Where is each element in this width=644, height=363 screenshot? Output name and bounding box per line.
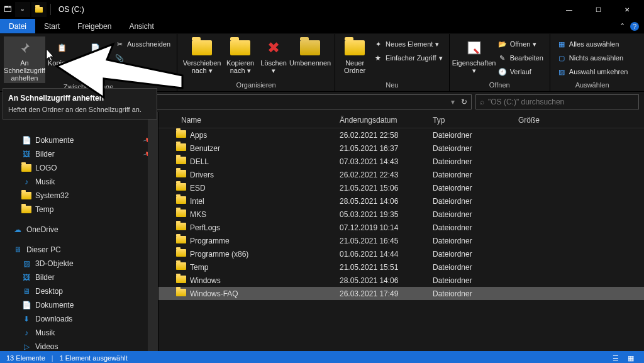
file-row[interactable]: Windows28.05.2021 14:06Dateiordner	[158, 274, 644, 287]
view-thumbnails-button[interactable]: ▦	[624, 352, 638, 363]
edit-button[interactable]: ✎Bearbeiten	[497, 52, 543, 64]
nav-pc-item[interactable]: ♪Musik	[0, 326, 158, 340]
history-button[interactable]: 🕘Verlauf	[497, 65, 543, 78]
copy-button[interactable]: 📋 Kopieren	[45, 36, 78, 68]
qat-properties[interactable]: ▫	[15, 2, 30, 17]
tab-share[interactable]: Freigeben	[69, 19, 120, 33]
file-row[interactable]: Temp21.05.2021 15:51Dateiordner	[158, 260, 644, 274]
status-count: 13 Elemente	[6, 354, 45, 362]
nav-item-label: Musik	[35, 177, 55, 186]
help-icon[interactable]: ?	[630, 22, 639, 31]
search-input[interactable]: ⌕ "OS (C:)" durchsuchen	[475, 94, 639, 109]
addressbar-dropdown-icon[interactable]: ▾	[451, 98, 455, 106]
delete-button[interactable]: ✖ Löschen ▾	[258, 36, 289, 75]
nav-pc-item[interactable]: ⬇Downloads	[0, 312, 158, 326]
file-name: Apps	[190, 131, 335, 140]
rename-icon	[300, 38, 320, 58]
file-type: Dateiordner	[428, 237, 513, 245]
file-row[interactable]: Programme21.05.2021 16:45Dateiordner	[158, 234, 644, 247]
cut-icon: ✂	[114, 39, 125, 49]
file-row[interactable]: ESD21.05.2021 15:06Dateiordner	[158, 181, 644, 194]
refresh-button[interactable]: ↻	[461, 98, 467, 106]
paste-button[interactable]: 📄 Einfügen	[78, 36, 112, 68]
nav-pc-item[interactable]: 🖥Desktop	[0, 284, 158, 298]
qat-newfolder[interactable]	[31, 2, 47, 17]
tab-file[interactable]: Datei	[0, 19, 35, 33]
nav-onedrive[interactable]: ☁OneDrive	[0, 223, 158, 237]
nav-quick-item[interactable]: System32	[0, 189, 158, 203]
pin-icon	[14, 38, 35, 58]
folder-icon	[176, 157, 186, 167]
file-row[interactable]: Intel28.05.2021 14:06Dateiordner	[158, 194, 644, 208]
new-item-button[interactable]: ✦Neues Element ▾	[373, 38, 443, 50]
easyaccess-icon: ★	[373, 53, 383, 63]
invert-selection-button[interactable]: ▨Auswahl umkehren	[557, 65, 628, 78]
window-title: OS (C:)	[55, 5, 555, 14]
minimize-button[interactable]: —	[555, 0, 584, 19]
easy-access-button[interactable]: ★Einfacher Zugriff ▾	[373, 52, 443, 64]
select-all-button[interactable]: ▦Alles auswählen	[557, 38, 628, 50]
open-button[interactable]: 📂Öffnen ▾	[497, 38, 543, 50]
select-none-button[interactable]: ▢Nichts auswählen	[557, 52, 628, 64]
nav-scrollbar[interactable]	[148, 112, 158, 351]
file-row[interactable]: Drivers26.02.2021 22:43Dateiordner	[158, 168, 644, 181]
file-date: 28.05.2021 14:06	[335, 276, 428, 285]
nav-item-label: Dokumente	[35, 136, 74, 145]
selectnone-icon: ▢	[557, 53, 567, 63]
folder-icon	[176, 276, 186, 286]
file-row[interactable]: Windows-FAQ26.03.2021 17:49Dateiordner	[158, 287, 644, 300]
nav-quick-item[interactable]: 🖼Bilder📌	[0, 147, 158, 161]
selectall-icon: ▦	[557, 39, 567, 49]
column-date[interactable]: Änderungsdatum	[335, 116, 428, 125]
maximize-button[interactable]: ☐	[584, 0, 613, 19]
file-row[interactable]: MKS05.03.2021 19:35Dateiordner	[158, 208, 644, 221]
new-folder-button[interactable]: Neuer Ordner	[339, 36, 370, 75]
properties-button[interactable]: Eigenschaften ▾	[453, 36, 495, 75]
pin-to-quickaccess-button[interactable]: An Schnellzugriff anheften	[4, 36, 45, 83]
nav-quick-item[interactable]: 📄Dokumente📌	[0, 133, 158, 147]
column-type[interactable]: Typ	[428, 116, 513, 125]
file-row[interactable]: Apps26.02.2021 22:58Dateiordner	[158, 128, 644, 142]
nav-item-icon: ⬇	[21, 314, 31, 324]
tab-start[interactable]: Start	[35, 19, 69, 33]
collapse-ribbon-icon[interactable]: ⌃	[619, 22, 625, 30]
file-row[interactable]: PerfLogs07.12.2019 10:14Dateiordner	[158, 221, 644, 234]
nav-pc-item[interactable]: 📄Dokumente	[0, 298, 158, 312]
titlebar: 🗔 ▫ OS (C:) — ☐ ✕	[0, 0, 644, 19]
folder-icon	[176, 183, 186, 193]
nav-pc-item[interactable]: 🖼Bilder	[0, 271, 158, 284]
nav-quick-item[interactable]: ♪Musik	[0, 175, 158, 189]
nav-pc-item[interactable]: ▷Videos	[0, 340, 158, 351]
move-to-button[interactable]: Verschieben nach ▾	[181, 36, 223, 75]
nav-item-icon	[21, 191, 31, 201]
folder-icon	[176, 196, 186, 206]
file-row[interactable]: Benutzer21.05.2021 16:37Dateiordner	[158, 142, 644, 155]
folder-icon	[176, 170, 186, 180]
nav-item-icon: 🖥	[21, 286, 31, 296]
column-name[interactable]: Name	[176, 116, 335, 125]
tab-view[interactable]: Ansicht	[120, 19, 162, 33]
ribbon-tabs: Datei Start Freigeben Ansicht ⌃ ?	[0, 19, 644, 34]
cut-button[interactable]: ✂Ausschneiden	[114, 38, 170, 50]
file-row[interactable]: DELL07.03.2021 14:43Dateiordner	[158, 155, 644, 168]
nav-item-icon: 🖼	[21, 272, 31, 282]
nav-item-label: System32	[35, 191, 69, 200]
file-name: Programme	[190, 237, 335, 245]
file-type: Dateiordner	[428, 184, 513, 193]
folder-icon	[176, 223, 186, 233]
column-size[interactable]: Größe	[513, 116, 564, 125]
nav-quick-item[interactable]: LOGO	[0, 161, 158, 175]
view-details-button[interactable]: ☰	[609, 352, 623, 363]
rename-button[interactable]: Umbenennen	[289, 36, 331, 68]
close-button[interactable]: ✕	[613, 0, 641, 19]
nav-pc-item[interactable]: ▨3D-Objekte	[0, 257, 158, 271]
file-date: 28.05.2021 14:06	[335, 197, 428, 206]
nav-thispc[interactable]: 🖥Dieser PC	[0, 243, 158, 257]
copy-path-button[interactable]: 📎	[114, 52, 170, 64]
copy-to-button[interactable]: Kopieren nach ▾	[223, 36, 258, 75]
file-row[interactable]: Programme (x86)01.06.2021 14:44Dateiordn…	[158, 247, 644, 260]
file-type: Dateiordner	[428, 131, 513, 140]
nav-item-icon	[21, 163, 31, 173]
nav-quick-item[interactable]: Temp	[0, 203, 158, 216]
paste-shortcut-button[interactable]: ↗	[114, 65, 170, 78]
